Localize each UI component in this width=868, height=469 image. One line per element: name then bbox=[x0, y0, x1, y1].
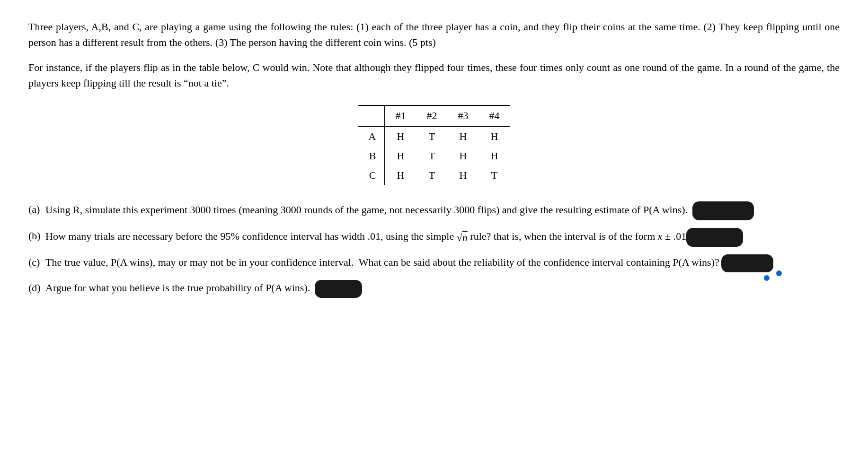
table-header-4: #4 bbox=[478, 105, 510, 127]
paragraph-1: Three players, A,B, and C, are playing a… bbox=[28, 19, 840, 50]
question-c-label: (c) bbox=[28, 254, 45, 270]
paragraph-2-text: For instance, if the players flip as in … bbox=[28, 61, 840, 89]
question-d-text: Argue for what you believe is the true p… bbox=[45, 280, 840, 298]
a-flip-1: H bbox=[385, 127, 416, 147]
table-row-a: A H T H H bbox=[358, 127, 510, 147]
a-flip-2: T bbox=[416, 127, 447, 147]
question-d-label: (d) bbox=[28, 280, 45, 295]
c-flip-1: H bbox=[385, 165, 416, 185]
questions-section: (a) Using R, simulate this experiment 30… bbox=[28, 201, 840, 298]
question-a: (a) Using R, simulate this experiment 30… bbox=[28, 201, 840, 220]
c-flip-3: H bbox=[447, 165, 478, 185]
question-b-text: How many trials are necessary before the… bbox=[45, 228, 840, 247]
redacted-answer-c bbox=[721, 254, 773, 272]
b-flip-3: H bbox=[447, 146, 478, 165]
sqrt-n-symbol: √n bbox=[457, 230, 468, 245]
question-c-text: The true value, P(A wins), may or may no… bbox=[45, 254, 840, 272]
question-a-label: (a) bbox=[28, 201, 45, 217]
redacted-answer-d bbox=[315, 280, 362, 298]
a-flip-4: H bbox=[478, 127, 510, 147]
flip-table-container: #1 #2 #3 #4 A H T H H B H T H H C bbox=[28, 105, 840, 185]
table-row-b: B H T H H bbox=[358, 146, 510, 165]
question-a-text: Using R, simulate this experiment 3000 t… bbox=[45, 201, 840, 220]
b-flip-4: H bbox=[478, 146, 510, 165]
redacted-c-wrapper bbox=[719, 254, 773, 272]
paragraph-1-text: Three players, A,B, and C, are playing a… bbox=[28, 21, 840, 48]
redacted-answer-b bbox=[686, 228, 743, 247]
table-header-1: #1 bbox=[385, 105, 416, 127]
b-flip-1: H bbox=[385, 146, 416, 165]
redacted-answer-a bbox=[692, 201, 754, 220]
table-header-empty bbox=[358, 105, 385, 127]
table-header-2: #2 bbox=[416, 105, 447, 127]
player-b-label: B bbox=[358, 146, 385, 165]
c-flip-2: T bbox=[416, 165, 447, 185]
question-c: (c) The true value, P(A wins), may or ma… bbox=[28, 254, 840, 272]
question-b: (b) How many trials are necessary before… bbox=[28, 228, 840, 247]
paragraph-2: For instance, if the players flip as in … bbox=[28, 60, 840, 91]
question-d: (d) Argue for what you believe is the tr… bbox=[28, 280, 840, 298]
player-c-label: C bbox=[358, 165, 385, 185]
flip-table: #1 #2 #3 #4 A H T H H B H T H H C bbox=[358, 105, 510, 185]
player-a-label: A bbox=[358, 127, 385, 147]
b-flip-2: T bbox=[416, 146, 447, 165]
a-flip-3: H bbox=[447, 127, 478, 147]
blue-dot-c1 bbox=[776, 270, 782, 276]
table-row-c: C H T H T bbox=[358, 165, 510, 185]
blue-dot-c2 bbox=[764, 275, 770, 281]
question-b-label: (b) bbox=[28, 228, 45, 243]
table-header-3: #3 bbox=[447, 105, 478, 127]
c-flip-4: T bbox=[478, 165, 510, 185]
